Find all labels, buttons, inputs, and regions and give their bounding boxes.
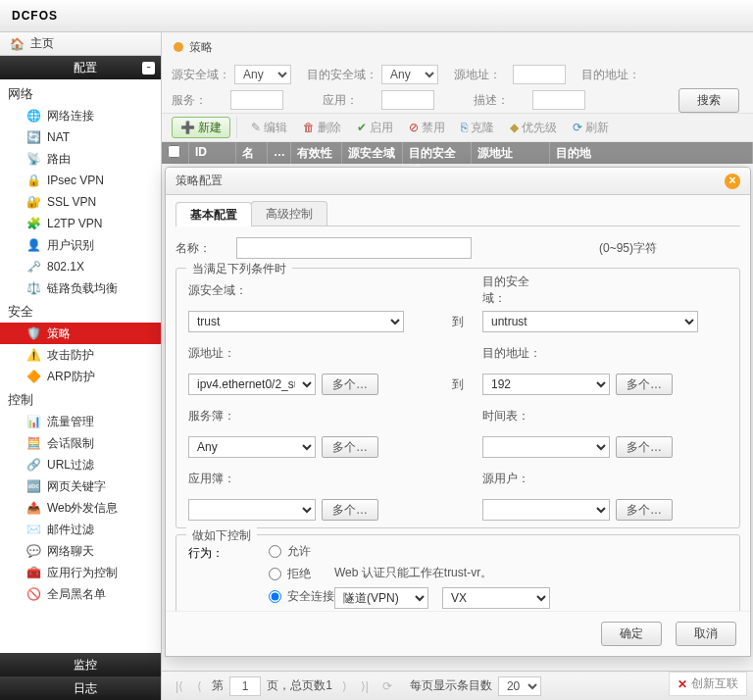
col-more[interactable]: … (268, 142, 291, 164)
filter-service-input[interactable] (230, 90, 283, 110)
app-select[interactable] (188, 499, 316, 521)
refresh-button[interactable]: ⟳刷新 (565, 117, 617, 138)
srcaddr-select[interactable]: ipv4.ethernet0/2_su (188, 374, 316, 395)
pager-of: 页，总页数1 (267, 677, 332, 694)
col-dstaddr[interactable]: 目的地 (550, 142, 753, 164)
net-conn-icon: 🌐 (25, 108, 41, 124)
srcuser-multi-button[interactable]: 多个… (616, 499, 673, 521)
srcuser-select[interactable] (482, 499, 610, 521)
sidebar-item-policy[interactable]: 🛡️策略 (0, 323, 161, 344)
collapse-icon[interactable]: - (142, 62, 155, 75)
dstaddr-multi-button[interactable]: 多个… (616, 374, 673, 395)
svc-select[interactable]: Any (188, 436, 316, 458)
app-multi-button[interactable]: 多个… (322, 499, 378, 521)
nav-monitor[interactable]: 监控 (0, 653, 161, 676)
sidebar-item-arp[interactable]: 🔶ARP防护 (0, 366, 161, 387)
sidebar-item-attack[interactable]: ⚠️攻击防护 (0, 344, 161, 366)
pager-page-input[interactable] (229, 676, 261, 696)
watermark-text: 创新互联 (691, 675, 738, 692)
sidebar-item-webkw[interactable]: 🔤网页关键字 (0, 475, 161, 497)
action-secure-radio[interactable]: 安全连接 (269, 588, 334, 605)
nav-config[interactable]: 配置 - (0, 56, 161, 79)
filter-dstzone-select[interactable]: Any (381, 65, 438, 84)
name-input[interactable] (236, 237, 472, 259)
ipsec-icon: 🔒 (25, 173, 41, 188)
sidebar-item-userident[interactable]: 👤用户识别 (0, 234, 161, 256)
sidebar-item-label: 会话限制 (47, 435, 94, 452)
priority-button[interactable]: ◆优先级 (502, 117, 565, 138)
srcaddr-multi-button[interactable]: 多个… (322, 374, 378, 395)
filter-dstzone-label: 目的安全域： (307, 67, 377, 83)
sidebar-item-appctrl[interactable]: 🧰应用行为控制 (0, 562, 161, 583)
col-srczone[interactable]: 源安全域 (342, 142, 403, 164)
pager-first-icon[interactable]: |⟨ (172, 679, 187, 693)
sidebar-item-label: IPsec VPN (47, 174, 104, 187)
nav-log[interactable]: 日志 (0, 676, 161, 700)
sched-select[interactable] (482, 436, 610, 458)
filter-search-button[interactable]: 搜索 (678, 88, 739, 113)
pager-prev-icon[interactable]: ⟨ (193, 679, 206, 693)
col-id[interactable]: ID (189, 142, 236, 164)
sidebar-item-8021x[interactable]: 🗝️802.1X (0, 256, 161, 277)
tunnel-value-select[interactable]: VX (442, 587, 550, 609)
tab-basic[interactable]: 基本配置 (176, 202, 252, 226)
sidebar-item-label: 用户识别 (47, 237, 94, 254)
webkw-icon: 🔤 (25, 478, 41, 494)
col-srcaddr[interactable]: 源地址 (472, 142, 550, 164)
sidebar-item-net-conn[interactable]: 🌐网络连接 (0, 105, 161, 126)
col-checkbox[interactable] (162, 142, 189, 164)
filter-app-input[interactable] (381, 90, 434, 110)
filter-srczone-select[interactable]: Any (234, 65, 291, 84)
dstzone-select[interactable]: untrust (482, 311, 698, 332)
cancel-button[interactable]: 取消 (676, 622, 736, 646)
new-button[interactable]: ➕新建 (172, 117, 230, 138)
breadcrumb-dot-icon (174, 42, 183, 52)
ok-button[interactable]: 确定 (601, 622, 662, 646)
pager-perpage-select[interactable]: 20 (498, 676, 541, 696)
close-icon[interactable]: × (725, 174, 740, 189)
dstaddr-select[interactable]: 192 (482, 374, 610, 395)
ban-icon: ⊘ (409, 121, 419, 134)
action-deny-radio[interactable]: 拒绝 (269, 566, 334, 582)
clone-button[interactable]: ⎘克隆 (453, 117, 502, 138)
srczone-select[interactable]: trust (188, 311, 404, 332)
filter-srcaddr-input[interactable] (513, 65, 566, 84)
edit-button[interactable]: ✎编辑 (243, 117, 295, 138)
sidebar-item-session[interactable]: 🧮会话限制 (0, 432, 161, 454)
sidebar-item-traffic[interactable]: 📊流量管理 (0, 411, 161, 432)
dialog-title-bar[interactable]: 策略配置 × (166, 168, 750, 195)
svc-multi-button[interactable]: 多个… (322, 436, 378, 458)
sidebar-item-mailfilter[interactable]: ✉️邮件过滤 (0, 519, 161, 540)
sched-multi-button[interactable]: 多个… (616, 436, 673, 458)
pager-last-icon[interactable]: ⟩| (357, 679, 373, 693)
col-valid[interactable]: 有效性 (291, 142, 342, 164)
sidebar-item-route[interactable]: 📡路由 (0, 148, 161, 170)
srcaddr-label: 源地址： (188, 345, 249, 362)
col-name[interactable]: 名 (236, 142, 268, 164)
filter-desc-input[interactable] (532, 90, 585, 110)
col-dstzone[interactable]: 目的安全域 (403, 142, 472, 164)
toolbar: ➕新建 ✎编辑 🗑删除 ✔启用 ⊘禁用 ⎘克隆 ◆优先级 ⟳刷新 (162, 113, 753, 142)
sidebar-item-chat[interactable]: 💬网络聊天 (0, 540, 161, 562)
sidebar-item-sslvpn[interactable]: 🔐SSL VPN (0, 191, 161, 213)
urlfilter-icon: 🔗 (25, 457, 41, 473)
sidebar-item-label: 链路负载均衡 (47, 280, 118, 297)
pager-refresh-icon[interactable]: ⟳ (378, 679, 396, 693)
sidebar-item-ipsec[interactable]: 🔒IPsec VPN (0, 170, 161, 191)
enable-button[interactable]: ✔启用 (349, 117, 401, 138)
sidebar-item-l2tp[interactable]: 🧩L2TP VPN (0, 213, 161, 234)
sidebar-item-nat[interactable]: 🔄NAT (0, 126, 161, 148)
tunnel-type-select[interactable]: 隧道(VPN) (334, 587, 428, 609)
sidebar-item-blacklist[interactable]: 🚫全局黑名单 (0, 583, 161, 605)
sidebar-item-urlfilter[interactable]: 🔗URL过滤 (0, 454, 161, 475)
nav-home[interactable]: 🏠 主页 (0, 32, 161, 56)
sidebar-item-label: 流量管理 (47, 414, 94, 430)
pager-next-icon[interactable]: ⟩ (338, 679, 351, 693)
delete-button[interactable]: 🗑删除 (295, 117, 349, 138)
action-allow-radio[interactable]: 允许 (269, 543, 334, 560)
to-text-2: 到 (443, 371, 473, 398)
disable-button[interactable]: ⊘禁用 (401, 117, 453, 138)
sidebar-item-loadbal[interactable]: ⚖️链路负载均衡 (0, 277, 161, 299)
tab-advanced[interactable]: 高级控制 (251, 201, 327, 225)
sidebar-item-webout[interactable]: 📤Web外发信息 (0, 497, 161, 519)
